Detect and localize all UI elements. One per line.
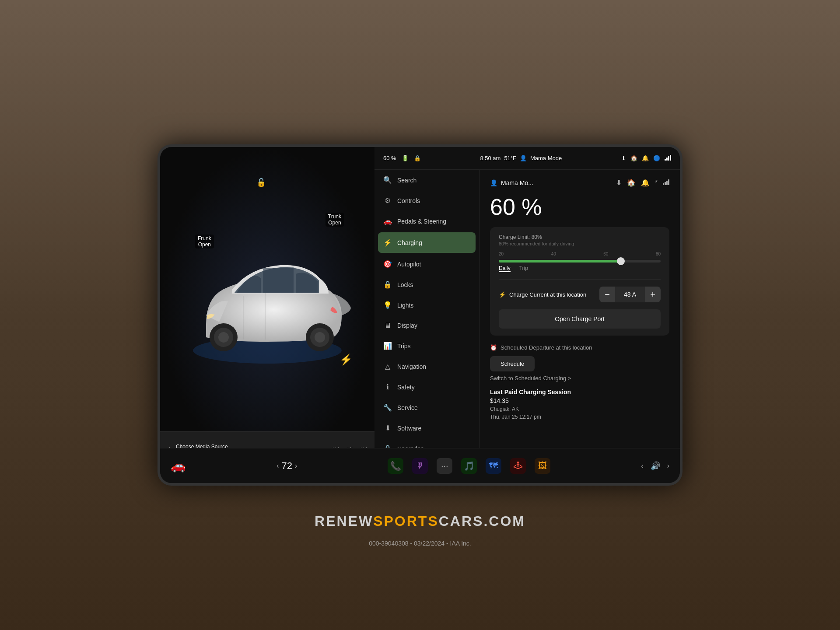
profile-icons[interactable]: ⬇ 🏠 🔔 *: [616, 178, 669, 187]
volume-icon[interactable]: 🔊: [651, 461, 660, 471]
menu-item-navigation[interactable]: △Navigation: [374, 356, 479, 377]
service-menu-icon: 🔧: [383, 403, 392, 412]
chevron-left-volume[interactable]: ‹: [641, 462, 643, 470]
profile-name: Mama Mode: [530, 155, 562, 161]
trips-menu-label: Trips: [397, 343, 411, 350]
maps-app-icon[interactable]: 🗺: [486, 458, 501, 474]
charge-current-label: ⚡ Charge Current at this location: [499, 291, 586, 298]
left-panel: Frunk Open TrunkOpen 🔓: [160, 147, 374, 466]
locks-menu-label: Locks: [397, 281, 413, 288]
charge-percent-display: 60 %: [490, 194, 669, 220]
autopilot-menu-icon: 🎯: [383, 260, 392, 268]
profile-avatar-icon: 👤: [490, 179, 497, 186]
lightning-badge: ⚡: [340, 354, 353, 366]
open-charge-port-button[interactable]: Open Charge Port: [499, 309, 661, 329]
taskbar-left: 🚗: [171, 458, 186, 473]
right-panel: 👤 Mama Mo... ⬇ 🏠 🔔 *: [480, 170, 680, 448]
photos-app-icon[interactable]: 🖼: [535, 458, 550, 474]
charge-slider-track[interactable]: [499, 260, 661, 262]
taskbar-right[interactable]: ‹ 🔊 ›: [641, 461, 669, 471]
switch-charging-link[interactable]: Switch to Scheduled Charging >: [490, 375, 669, 382]
profile-section: 👤 Mama Mo...: [490, 179, 533, 186]
service-menu-label: Service: [397, 404, 418, 411]
menu-item-autopilot[interactable]: 🎯Autopilot: [374, 254, 479, 274]
car-container: Frunk Open TrunkOpen 🔓: [173, 186, 361, 427]
last-paid-amount: $14.35: [490, 397, 669, 404]
status-bar: 60 % 🔋 🔒 8:50 am 51°F 👤 Mama Mode ⬇ 🏠 🔔 …: [374, 147, 680, 170]
menu-item-lights[interactable]: 💡Lights: [374, 295, 479, 315]
right-header: 👤 Mama Mo... ⬇ 🏠 🔔 *: [490, 178, 669, 187]
battery-icon: 🔋: [402, 155, 409, 161]
scheduled-section: ⏰ Scheduled Departure at this location S…: [490, 344, 669, 421]
temp-decrease-chevron[interactable]: ‹: [276, 462, 279, 470]
controls-menu-label: Controls: [397, 197, 420, 204]
search-menu-icon: 🔍: [383, 176, 392, 184]
slider-mark-80: 80: [656, 252, 661, 256]
profile-display-name: Mama Mo...: [501, 179, 533, 186]
slider-thumb[interactable]: [617, 257, 625, 265]
home-icon: 🏠: [630, 155, 637, 161]
header-bluetooth-icon[interactable]: *: [655, 179, 658, 187]
site-watermark: RENEWSPORTSCARS.COM: [315, 513, 525, 529]
schedule-button[interactable]: Schedule: [490, 356, 535, 371]
navigation-menu-label: Navigation: [397, 363, 426, 370]
menu-item-charging[interactable]: ⚡Charging: [378, 232, 476, 253]
pedals-menu-label: Pedals & Steering: [397, 218, 446, 225]
menu-item-service[interactable]: 🔧Service: [374, 397, 479, 418]
header-signal-icon: [663, 179, 669, 187]
temperature-display: 51°F: [504, 155, 516, 161]
menu-item-search[interactable]: 🔍Search: [374, 170, 479, 190]
lights-menu-icon: 💡: [383, 301, 392, 309]
menu-item-locks[interactable]: 🔒Locks: [374, 274, 479, 295]
header-download-icon[interactable]: ⬇: [616, 178, 622, 187]
menu-item-safety[interactable]: ℹSafety: [374, 377, 479, 397]
menu-item-controls[interactable]: ⚙Controls: [374, 190, 479, 211]
slider-fill: [499, 260, 620, 262]
menu-item-pedals[interactable]: 🚗Pedals & Steering: [374, 211, 479, 231]
header-bell-icon[interactable]: 🔔: [641, 178, 650, 187]
watermark-renew: RENEW: [315, 513, 373, 529]
phone-app-icon[interactable]: 📞: [388, 458, 403, 474]
charge-limit-card: Charge Limit: 80% 80% recommended for da…: [490, 227, 669, 336]
tesla-screen: 60 % 🔋 🔒 8:50 am 51°F 👤 Mama Mode ⬇ 🏠 🔔 …: [158, 144, 682, 486]
taskbar[interactable]: 🚗 ‹ 72 › 📞 🎙 ··· 🎵 🗺 🕹 🖼 ‹: [160, 448, 680, 483]
more-apps-icon[interactable]: ···: [437, 458, 452, 474]
trunk-label: TrunkOpen: [326, 213, 344, 227]
last-paid-location: Chugiak, AK Thu, Jan 25 12:17 pm: [490, 405, 669, 421]
temp-increase-chevron[interactable]: ›: [295, 462, 297, 470]
menu-items-container: 🔍Search⚙Controls🚗Pedals & Steering⚡Charg…: [374, 170, 479, 459]
charge-current-control[interactable]: − 48 A +: [599, 287, 661, 302]
car-home-icon[interactable]: 🚗: [171, 458, 186, 473]
menu-item-trips[interactable]: 📊Trips: [374, 336, 479, 356]
safety-menu-label: Safety: [397, 384, 415, 391]
locks-menu-icon: 🔒: [383, 280, 392, 289]
games-app-icon[interactable]: 🕹: [510, 458, 526, 474]
temperature-controls[interactable]: ‹ 72 ›: [276, 460, 297, 472]
daily-tab[interactable]: Daily: [499, 265, 511, 272]
taskbar-apps[interactable]: 📞 🎙 ··· 🎵 🗺 🕹 🖼: [388, 458, 550, 474]
last-paid-title: Last Paid Charging Session: [490, 388, 669, 396]
watermark-cars: CARS.COM: [439, 513, 525, 529]
charging-menu-icon: ⚡: [383, 238, 392, 247]
increase-current-button[interactable]: +: [645, 287, 661, 302]
menu-item-software[interactable]: ⬇Software: [374, 418, 479, 438]
chevron-right-volume[interactable]: ›: [667, 462, 669, 470]
download-icon: ⬇: [621, 155, 626, 161]
display-menu-label: Display: [397, 322, 417, 329]
trip-tab[interactable]: Trip: [519, 265, 528, 272]
slider-mark-20: 20: [499, 252, 504, 256]
header-home-icon[interactable]: 🏠: [627, 178, 636, 187]
menu-item-display[interactable]: 🖥Display: [374, 315, 479, 336]
status-right: ⬇ 🏠 🔔 🔵: [621, 154, 671, 162]
svg-point-3: [218, 332, 229, 343]
voice-app-icon[interactable]: 🎙: [412, 458, 428, 474]
pedals-menu-icon: 🚗: [383, 217, 392, 225]
slider-mark-60: 60: [603, 252, 608, 256]
battery-percent: 60 %: [383, 155, 396, 161]
car-svg: [180, 245, 355, 368]
decrease-current-button[interactable]: −: [599, 287, 615, 302]
navigation-menu-icon: △: [383, 362, 392, 371]
charge-limit-sublabel: 80% recommended for daily driving: [499, 241, 661, 246]
daily-trip-tabs[interactable]: Daily Trip: [499, 265, 661, 272]
spotify-app-icon[interactable]: 🎵: [461, 458, 477, 474]
